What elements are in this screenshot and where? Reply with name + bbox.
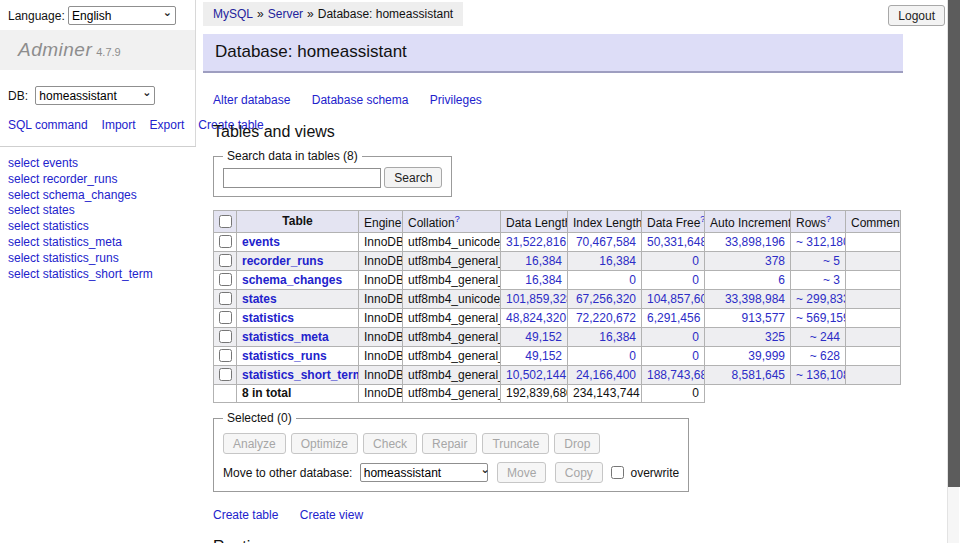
select-all-checkbox[interactable] <box>219 215 232 228</box>
value-link[interactable]: 16,384 <box>599 330 636 344</box>
export-link[interactable]: Export <box>150 118 185 132</box>
value-link[interactable]: ~ 628 <box>810 349 840 363</box>
breadcrumb-mysql-link[interactable]: MySQL <box>213 7 253 21</box>
drop-button[interactable]: Drop <box>554 433 600 454</box>
alter-database-link[interactable]: Alter database <box>213 93 290 107</box>
sidebar-select-link[interactable]: select statistics_short_term <box>8 267 188 283</box>
value-link[interactable]: 0 <box>692 349 699 363</box>
value-link[interactable]: ~ 569,159 <box>796 311 846 325</box>
value-link[interactable]: ~ 5 <box>823 254 840 268</box>
value-link[interactable]: ~ 299,833 <box>796 292 846 306</box>
db-select[interactable]: homeassistant <box>35 86 155 105</box>
value-link[interactable]: 0 <box>692 330 699 344</box>
move-button[interactable]: Move <box>497 462 546 483</box>
value-link[interactable]: 39,999 <box>748 349 785 363</box>
table-name-link[interactable]: statistics <box>242 311 294 325</box>
value-link[interactable]: ~ 3 <box>823 273 840 287</box>
value-link[interactable]: 378 <box>765 254 785 268</box>
sql-command-link[interactable]: SQL command <box>8 118 88 132</box>
value-link[interactable]: 6,291,456 <box>647 311 700 325</box>
move-db-select[interactable]: homeassistant <box>360 463 488 482</box>
copy-button[interactable]: Copy <box>555 462 603 483</box>
repair-button[interactable]: Repair <box>422 433 477 454</box>
import-link[interactable]: Import <box>102 118 136 132</box>
overwrite-checkbox[interactable] <box>611 466 624 479</box>
value-link[interactable]: 10,502,144 <box>506 368 566 382</box>
row-checkbox[interactable] <box>219 349 232 362</box>
engine-cell: InnoDB <box>359 366 403 385</box>
value-link[interactable]: ~ 244 <box>810 330 840 344</box>
sidebar-select-link[interactable]: select schema_changes <box>8 188 188 204</box>
value-link[interactable]: 49,152 <box>525 349 562 363</box>
scrollbar-track[interactable] <box>947 0 959 543</box>
help-icon[interactable]: ? <box>826 214 831 224</box>
sidebar-select-link[interactable]: select events <box>8 156 188 172</box>
value-link[interactable]: 16,384 <box>599 254 636 268</box>
sidebar-select-link[interactable]: select statistics <box>8 219 188 235</box>
value-link[interactable]: 67,256,320 <box>576 292 636 306</box>
value-link[interactable]: 33,398,984 <box>725 292 785 306</box>
value-link[interactable]: 913,577 <box>742 311 785 325</box>
value-link[interactable]: ~ 136,108 <box>796 368 846 382</box>
database-schema-link[interactable]: Database schema <box>312 93 409 107</box>
help-icon[interactable]: ? <box>700 214 704 224</box>
value-link[interactable]: 104,857,600 <box>647 292 705 306</box>
analyze-button[interactable]: Analyze <box>223 433 286 454</box>
language-select[interactable]: English <box>68 6 176 25</box>
value-link[interactable]: 50,331,648 <box>647 235 705 249</box>
help-icon[interactable]: ? <box>455 214 460 224</box>
sidebar-select-link[interactable]: select statistics_runs <box>8 251 188 267</box>
sidebar-select-link[interactable]: select recorder_runs <box>8 172 188 188</box>
row-checkbox[interactable] <box>219 311 232 324</box>
table-row: recorder_runsInnoDButf8mb4_general_ci16,… <box>214 252 901 271</box>
row-checkbox[interactable] <box>219 254 232 267</box>
total-checkbox-cell <box>214 385 237 403</box>
row-checkbox[interactable] <box>219 273 232 286</box>
value-link[interactable]: 16,384 <box>525 254 562 268</box>
value-link[interactable]: 325 <box>765 330 785 344</box>
value-link[interactable]: 16,384 <box>525 273 562 287</box>
search-button[interactable]: Search <box>384 167 442 188</box>
table-name-link[interactable]: statistics_runs <box>242 349 327 363</box>
value-link[interactable]: 6 <box>778 273 785 287</box>
value-link[interactable]: 8,581,645 <box>732 368 785 382</box>
value-link[interactable]: 72,220,672 <box>576 311 636 325</box>
optimize-button[interactable]: Optimize <box>291 433 358 454</box>
value-link[interactable]: 101,859,328 <box>506 292 568 306</box>
scrollbar-thumb[interactable] <box>948 0 960 487</box>
table-name-link[interactable]: events <box>242 235 280 249</box>
value-link[interactable]: ~ 312,180 <box>796 235 846 249</box>
value-link[interactable]: 0 <box>692 254 699 268</box>
create-view-link[interactable]: Create view <box>300 508 363 522</box>
sidebar-select-link[interactable]: select states <box>8 203 188 219</box>
value-link[interactable]: 49,152 <box>525 330 562 344</box>
value-link[interactable]: 188,743,680 <box>647 368 705 382</box>
value-link[interactable]: 31,522,816 <box>506 235 566 249</box>
row-checkbox[interactable] <box>219 330 232 343</box>
logout-button[interactable]: Logout <box>888 5 945 26</box>
search-input[interactable] <box>223 168 381 188</box>
row-checkbox[interactable] <box>219 235 232 248</box>
db-row: DB: homeassistant <box>0 70 195 105</box>
table-name-link[interactable]: statistics_meta <box>242 330 329 344</box>
total-empty-cell <box>791 385 846 403</box>
value-link[interactable]: 24,166,400 <box>576 368 636 382</box>
table-name-link[interactable]: recorder_runs <box>242 254 323 268</box>
row-checkbox[interactable] <box>219 368 232 381</box>
truncate-button[interactable]: Truncate <box>482 433 549 454</box>
privileges-link[interactable]: Privileges <box>430 93 482 107</box>
value-link[interactable]: 0 <box>629 349 636 363</box>
value-link[interactable]: 70,467,584 <box>576 235 636 249</box>
row-checkbox[interactable] <box>219 292 232 305</box>
check-button[interactable]: Check <box>363 433 417 454</box>
value-link[interactable]: 48,824,320 <box>506 311 566 325</box>
sidebar-select-link[interactable]: select statistics_meta <box>8 235 188 251</box>
value-link[interactable]: 0 <box>629 273 636 287</box>
table-name-link[interactable]: statistics_short_term <box>242 368 359 382</box>
breadcrumb-server-link[interactable]: Server <box>268 7 303 21</box>
value-link[interactable]: 33,898,196 <box>725 235 785 249</box>
create-table-link[interactable]: Create table <box>213 508 278 522</box>
value-link[interactable]: 0 <box>692 273 699 287</box>
table-name-link[interactable]: schema_changes <box>242 273 342 287</box>
table-name-link[interactable]: states <box>242 292 277 306</box>
